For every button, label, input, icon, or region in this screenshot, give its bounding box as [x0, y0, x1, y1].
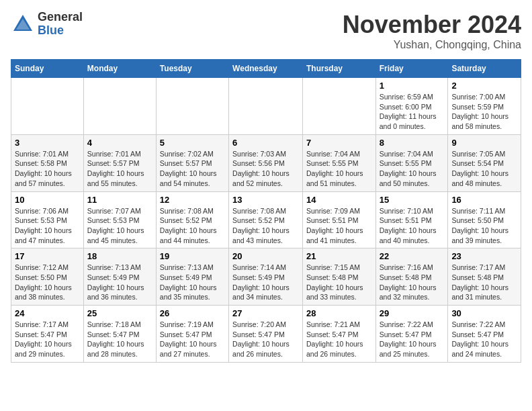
- calendar-cell: 7Sunrise: 7:04 AM Sunset: 5:55 PM Daylig…: [302, 134, 375, 191]
- day-number: 13: [232, 195, 299, 205]
- calendar-week-1: 1Sunrise: 6:59 AM Sunset: 6:00 PM Daylig…: [11, 78, 521, 135]
- col-thursday: Thursday: [302, 60, 375, 78]
- col-saturday: Saturday: [448, 60, 521, 78]
- logo-general: General: [38, 11, 83, 24]
- col-friday: Friday: [375, 60, 448, 78]
- day-number: 1: [380, 81, 445, 91]
- calendar-cell: 3Sunrise: 7:01 AM Sunset: 5:58 PM Daylig…: [11, 134, 84, 191]
- day-detail: Sunrise: 7:05 AM Sunset: 5:54 PM Dayligh…: [451, 149, 517, 189]
- logo-blue: Blue: [38, 24, 83, 38]
- day-number: 29: [380, 308, 445, 318]
- logo-icon: [11, 12, 35, 36]
- day-detail: Sunrise: 7:08 AM Sunset: 5:52 PM Dayligh…: [232, 206, 299, 246]
- day-detail: Sunrise: 7:18 AM Sunset: 5:47 PM Dayligh…: [87, 320, 152, 359]
- calendar-cell: 19Sunrise: 7:13 AM Sunset: 5:49 PM Dayli…: [156, 248, 228, 306]
- day-number: 27: [232, 308, 299, 318]
- logo-text: General Blue: [38, 11, 83, 38]
- day-number: 16: [451, 195, 517, 205]
- calendar-cell: 22Sunrise: 7:16 AM Sunset: 5:48 PM Dayli…: [375, 248, 448, 306]
- title-block: November 2024 Yushan, Chongqing, China: [343, 11, 521, 51]
- day-number: 6: [232, 138, 299, 148]
- calendar-cell: 30Sunrise: 7:22 AM Sunset: 5:47 PM Dayli…: [448, 306, 521, 363]
- calendar-cell: 15Sunrise: 7:10 AM Sunset: 5:51 PM Dayli…: [375, 191, 448, 248]
- day-number: 3: [15, 138, 80, 148]
- calendar-cell: [229, 78, 303, 135]
- day-detail: Sunrise: 7:16 AM Sunset: 5:48 PM Dayligh…: [380, 263, 445, 302]
- day-detail: Sunrise: 7:04 AM Sunset: 5:55 PM Dayligh…: [306, 149, 372, 189]
- day-number: 15: [380, 195, 445, 205]
- day-detail: Sunrise: 7:14 AM Sunset: 5:49 PM Dayligh…: [232, 263, 299, 302]
- day-number: 8: [380, 138, 445, 148]
- day-detail: Sunrise: 7:20 AM Sunset: 5:47 PM Dayligh…: [232, 320, 299, 359]
- col-tuesday: Tuesday: [156, 60, 228, 78]
- calendar-cell: 8Sunrise: 7:04 AM Sunset: 5:55 PM Daylig…: [375, 134, 448, 191]
- day-detail: Sunrise: 7:00 AM Sunset: 5:59 PM Dayligh…: [451, 92, 517, 132]
- header-row: Sunday Monday Tuesday Wednesday Thursday…: [11, 60, 521, 78]
- col-wednesday: Wednesday: [229, 60, 303, 78]
- col-sunday: Sunday: [11, 60, 84, 78]
- day-detail: Sunrise: 7:19 AM Sunset: 5:47 PM Dayligh…: [160, 320, 225, 359]
- calendar-cell: 21Sunrise: 7:15 AM Sunset: 5:48 PM Dayli…: [302, 248, 375, 306]
- calendar-cell: 4Sunrise: 7:01 AM Sunset: 5:57 PM Daylig…: [83, 134, 156, 191]
- day-detail: Sunrise: 7:17 AM Sunset: 5:48 PM Dayligh…: [451, 263, 517, 302]
- day-detail: Sunrise: 6:59 AM Sunset: 6:00 PM Dayligh…: [380, 92, 445, 132]
- day-number: 21: [306, 251, 372, 261]
- day-number: 4: [87, 138, 152, 148]
- calendar-cell: 25Sunrise: 7:18 AM Sunset: 5:47 PM Dayli…: [83, 306, 156, 363]
- calendar-cell: 1Sunrise: 6:59 AM Sunset: 6:00 PM Daylig…: [375, 78, 448, 135]
- day-detail: Sunrise: 7:13 AM Sunset: 5:49 PM Dayligh…: [160, 263, 225, 302]
- col-monday: Monday: [83, 60, 156, 78]
- day-number: 12: [160, 195, 225, 205]
- day-detail: Sunrise: 7:22 AM Sunset: 5:47 PM Dayligh…: [451, 320, 517, 359]
- day-number: 28: [306, 308, 372, 318]
- day-detail: Sunrise: 7:09 AM Sunset: 5:51 PM Dayligh…: [306, 206, 372, 246]
- calendar-body: 1Sunrise: 6:59 AM Sunset: 6:00 PM Daylig…: [11, 78, 521, 363]
- day-number: 5: [160, 138, 225, 148]
- day-detail: Sunrise: 7:10 AM Sunset: 5:51 PM Dayligh…: [380, 206, 445, 246]
- calendar-cell: 18Sunrise: 7:13 AM Sunset: 5:49 PM Dayli…: [83, 248, 156, 306]
- calendar-cell: [156, 78, 228, 135]
- day-number: 25: [87, 308, 152, 318]
- calendar-cell: 27Sunrise: 7:20 AM Sunset: 5:47 PM Dayli…: [229, 306, 303, 363]
- day-detail: Sunrise: 7:01 AM Sunset: 5:57 PM Dayligh…: [87, 149, 152, 189]
- day-number: 24: [15, 308, 80, 318]
- day-number: 26: [160, 308, 225, 318]
- calendar-cell: 29Sunrise: 7:22 AM Sunset: 5:47 PM Dayli…: [375, 306, 448, 363]
- day-number: 19: [160, 251, 225, 261]
- calendar-cell: 16Sunrise: 7:11 AM Sunset: 5:50 PM Dayli…: [448, 191, 521, 248]
- day-number: 18: [87, 251, 152, 261]
- calendar-cell: 23Sunrise: 7:17 AM Sunset: 5:48 PM Dayli…: [448, 248, 521, 306]
- calendar-cell: 9Sunrise: 7:05 AM Sunset: 5:54 PM Daylig…: [448, 134, 521, 191]
- calendar-header: Sunday Monday Tuesday Wednesday Thursday…: [11, 60, 521, 78]
- location-subtitle: Yushan, Chongqing, China: [343, 39, 521, 51]
- day-number: 9: [451, 138, 517, 148]
- calendar-cell: 24Sunrise: 7:17 AM Sunset: 5:47 PM Dayli…: [11, 306, 84, 363]
- calendar-cell: 10Sunrise: 7:06 AM Sunset: 5:53 PM Dayli…: [11, 191, 84, 248]
- calendar-week-5: 24Sunrise: 7:17 AM Sunset: 5:47 PM Dayli…: [11, 306, 521, 363]
- page-header: General Blue November 2024 Yushan, Chong…: [11, 11, 521, 51]
- calendar-cell: 2Sunrise: 7:00 AM Sunset: 5:59 PM Daylig…: [448, 78, 521, 135]
- day-detail: Sunrise: 7:11 AM Sunset: 5:50 PM Dayligh…: [451, 206, 517, 246]
- day-detail: Sunrise: 7:07 AM Sunset: 5:53 PM Dayligh…: [87, 206, 152, 246]
- day-detail: Sunrise: 7:22 AM Sunset: 5:47 PM Dayligh…: [380, 320, 445, 359]
- day-detail: Sunrise: 7:01 AM Sunset: 5:58 PM Dayligh…: [15, 149, 80, 189]
- day-detail: Sunrise: 7:21 AM Sunset: 5:47 PM Dayligh…: [306, 320, 372, 359]
- calendar-cell: [302, 78, 375, 135]
- calendar-cell: 20Sunrise: 7:14 AM Sunset: 5:49 PM Dayli…: [229, 248, 303, 306]
- calendar-cell: 12Sunrise: 7:08 AM Sunset: 5:52 PM Dayli…: [156, 191, 228, 248]
- logo: General Blue: [11, 11, 83, 38]
- day-number: 20: [232, 251, 299, 261]
- day-detail: Sunrise: 7:02 AM Sunset: 5:57 PM Dayligh…: [160, 149, 225, 189]
- day-detail: Sunrise: 7:13 AM Sunset: 5:49 PM Dayligh…: [87, 263, 152, 302]
- calendar-cell: [11, 78, 84, 135]
- calendar-week-4: 17Sunrise: 7:12 AM Sunset: 5:50 PM Dayli…: [11, 248, 521, 306]
- day-detail: Sunrise: 7:03 AM Sunset: 5:56 PM Dayligh…: [232, 149, 299, 189]
- day-number: 14: [306, 195, 372, 205]
- day-number: 10: [15, 195, 80, 205]
- day-number: 11: [87, 195, 152, 205]
- day-number: 2: [451, 81, 517, 91]
- day-detail: Sunrise: 7:12 AM Sunset: 5:50 PM Dayligh…: [15, 263, 80, 302]
- day-number: 7: [306, 138, 372, 148]
- calendar-week-2: 3Sunrise: 7:01 AM Sunset: 5:58 PM Daylig…: [11, 134, 521, 191]
- day-number: 23: [451, 251, 517, 261]
